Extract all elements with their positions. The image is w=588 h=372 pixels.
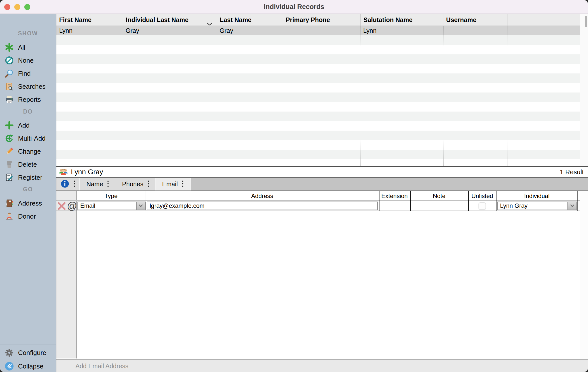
no-symbol-icon bbox=[4, 55, 14, 65]
close-window-button[interactable] bbox=[4, 4, 10, 10]
individual-select[interactable]: Lynn Gray bbox=[497, 202, 577, 210]
cell-individual-last-name: Gray bbox=[123, 26, 217, 35]
column-header-first-name[interactable]: First Name bbox=[56, 14, 123, 26]
column-divider bbox=[443, 26, 444, 166]
email-column-line bbox=[468, 191, 469, 211]
column-header-individual-last-name[interactable]: Individual Last Name bbox=[123, 14, 217, 26]
minimize-window-button[interactable] bbox=[14, 4, 20, 10]
email-column-header-unlisted: Unlisted bbox=[471, 192, 493, 200]
window-title: Individual Records bbox=[264, 3, 324, 11]
row-gutter-column bbox=[56, 191, 77, 358]
tab-info[interactable] bbox=[56, 178, 80, 191]
tab-label: Phones bbox=[122, 180, 143, 188]
tab-label: Name bbox=[86, 180, 103, 188]
sidebar-item-collapse[interactable]: Collapse bbox=[4, 361, 43, 371]
sidebar-item-add[interactable]: Add bbox=[4, 120, 30, 131]
empty-row bbox=[56, 121, 580, 131]
drag-handle-icon[interactable] bbox=[182, 180, 184, 189]
drag-handle-icon[interactable] bbox=[107, 180, 109, 189]
sidebar-item-label: Multi-Add bbox=[18, 135, 46, 142]
sidebar-item-multi-add[interactable]: Multi-Add bbox=[4, 133, 46, 144]
sidebar-section-show: SHOW bbox=[0, 30, 56, 37]
column-header-salutation-name[interactable]: Salutation Name bbox=[360, 14, 443, 26]
email-scrollbar-track[interactable] bbox=[580, 191, 588, 359]
sidebar-item-none[interactable]: None bbox=[4, 55, 34, 66]
add-email-address-button[interactable]: Add Email Address bbox=[75, 362, 128, 370]
sidebar-item-find[interactable]: Find bbox=[4, 68, 31, 79]
saved-search-icon bbox=[4, 81, 14, 91]
sidebar-item-register[interactable]: Register bbox=[4, 172, 42, 183]
pencil-icon bbox=[4, 146, 14, 156]
sidebar-item-label: Donor bbox=[18, 213, 36, 220]
detail-tabbar: Name Phones Email bbox=[56, 178, 588, 191]
email-type-select[interactable]: Email bbox=[77, 202, 146, 210]
delete-email-button[interactable] bbox=[57, 202, 66, 211]
empty-row bbox=[56, 35, 580, 45]
tab-label: Email bbox=[162, 180, 178, 188]
drag-handle-icon[interactable] bbox=[147, 180, 149, 189]
sidebar: SHOW All None Find Searches Reports DO A… bbox=[0, 14, 56, 372]
column-divider bbox=[283, 26, 283, 166]
email-row-divider bbox=[56, 211, 580, 211]
multi-add-icon bbox=[4, 133, 14, 143]
email-address-input[interactable] bbox=[147, 202, 378, 210]
records-table-body: Lynn Gray Gray Lynn bbox=[56, 26, 580, 166]
sidebar-item-label: None bbox=[18, 57, 34, 64]
chevron-down-icon[interactable] bbox=[567, 202, 576, 210]
sidebar-item-donor[interactable]: Donor bbox=[4, 211, 36, 222]
app-window: Individual Records SHOW All None Find Se… bbox=[0, 0, 588, 372]
record-row-selected[interactable]: Lynn Gray Gray Lynn bbox=[56, 26, 580, 35]
column-header-last-name[interactable]: Last Name bbox=[217, 14, 283, 26]
sidebar-item-reports[interactable]: Reports bbox=[4, 94, 41, 105]
tab-name[interactable]: Name bbox=[80, 178, 116, 191]
records-scrollbar-track[interactable] bbox=[580, 14, 588, 166]
tab-email[interactable]: Email bbox=[156, 178, 191, 191]
sidebar-item-label: Change bbox=[18, 148, 41, 155]
drag-handle-icon[interactable] bbox=[73, 180, 75, 189]
at-sign-icon: @ bbox=[67, 201, 77, 211]
collapse-icon bbox=[4, 361, 14, 371]
email-column-line bbox=[379, 191, 379, 211]
sidebar-item-address[interactable]: Address bbox=[4, 198, 42, 209]
email-column-header-extension: Extension bbox=[381, 192, 408, 200]
empty-row bbox=[56, 64, 580, 73]
sidebar-item-label: Register bbox=[18, 174, 42, 181]
sidebar-item-all[interactable]: All bbox=[4, 42, 25, 53]
plus-icon bbox=[4, 120, 14, 130]
chevron-down-icon[interactable] bbox=[136, 202, 145, 210]
column-divider bbox=[217, 26, 217, 166]
records-table-header: First Name Individual Last Name Last Nam… bbox=[56, 14, 580, 26]
column-header-spacer bbox=[508, 14, 580, 26]
cell-salutation-name: Lynn bbox=[360, 26, 443, 35]
register-icon bbox=[4, 172, 14, 182]
empty-row bbox=[56, 112, 580, 121]
email-column-line bbox=[577, 191, 578, 211]
empty-row bbox=[56, 73, 580, 83]
cell-spacer bbox=[508, 26, 580, 35]
sidebar-item-configure[interactable]: Configure bbox=[4, 347, 46, 358]
sidebar-item-label: Configure bbox=[18, 349, 46, 357]
sidebar-item-label: Add bbox=[18, 122, 30, 129]
email-column-header-individual: Individual bbox=[524, 192, 549, 200]
sidebar-item-label: Searches bbox=[18, 83, 46, 90]
sidebar-item-label: Address bbox=[18, 200, 42, 207]
sidebar-item-label: Collapse bbox=[18, 362, 43, 370]
email-panel: Type Address Extension Note Unlisted Ind… bbox=[56, 191, 588, 359]
records-scrollbar-thumb[interactable] bbox=[585, 16, 587, 27]
donor-icon bbox=[4, 211, 14, 221]
empty-row bbox=[56, 159, 580, 166]
sidebar-item-change[interactable]: Change bbox=[4, 146, 41, 157]
unlisted-checkbox[interactable] bbox=[478, 202, 486, 210]
individual-value: Lynn Gray bbox=[498, 202, 567, 210]
zoom-window-button[interactable] bbox=[24, 4, 30, 10]
tab-phones[interactable]: Phones bbox=[116, 178, 156, 191]
column-header-username[interactable]: Username bbox=[443, 14, 508, 26]
column-divider bbox=[123, 26, 123, 166]
empty-row bbox=[56, 102, 580, 112]
sidebar-item-delete[interactable]: Delete bbox=[4, 159, 37, 170]
column-header-primary-phone[interactable]: Primary Phone bbox=[283, 14, 360, 26]
sidebar-item-searches[interactable]: Searches bbox=[4, 81, 46, 92]
empty-row bbox=[56, 150, 580, 159]
column-divider bbox=[508, 26, 508, 166]
result-count: 1 Result bbox=[560, 168, 584, 176]
